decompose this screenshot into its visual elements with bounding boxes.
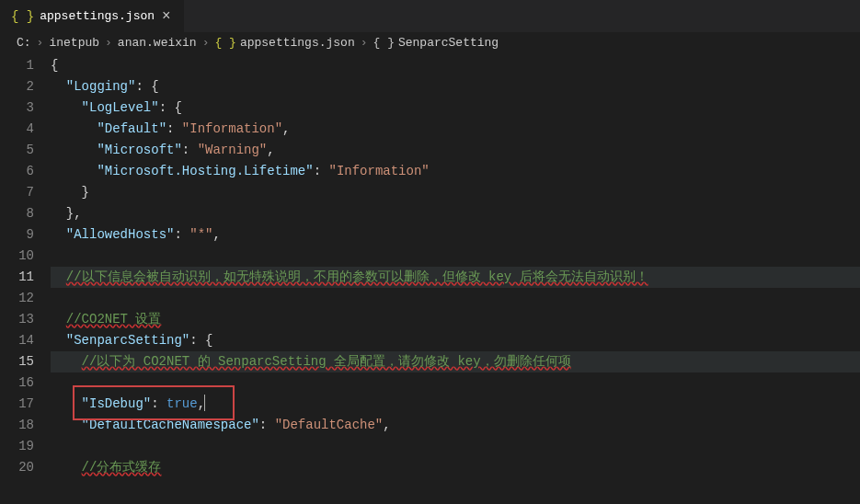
breadcrumb: C: › inetpub › anan.weixin › { } appsett… <box>0 32 860 53</box>
code-line: "AllowedHosts": "*", <box>51 224 860 246</box>
code-line: "LogLevel": { <box>51 97 860 119</box>
gutter: 1 2 3 4 5 6 7 8 9 10 11 12 13 14 15 16 1… <box>0 53 51 502</box>
chevron-right-icon: › <box>359 36 370 50</box>
breadcrumb-item[interactable]: C: <box>17 36 31 50</box>
code-line <box>51 246 860 267</box>
line-number: 6 <box>27 161 34 182</box>
breadcrumb-item[interactable]: inetpub <box>49 36 99 50</box>
code-line: //以下为 CO2NET 的 SenparcSetting 全局配置，请勿修改 … <box>51 351 860 372</box>
code-line: "SenparcSetting": { <box>51 330 860 351</box>
code-line: "IsDebug": true, <box>51 394 860 415</box>
code-line: "DefaultCacheNamespace": "DefaultCache", <box>51 415 860 436</box>
line-number: 15 <box>18 351 34 372</box>
code-line: //CO2NET 设置 <box>51 309 860 330</box>
code-line <box>51 436 860 457</box>
line-number: 8 <box>27 203 34 224</box>
tab-bar: { } appsettings.json × <box>0 0 860 32</box>
line-number: 10 <box>18 246 34 267</box>
chevron-right-icon: › <box>201 36 212 50</box>
line-number: 4 <box>27 119 34 140</box>
brace-icon: { } <box>373 36 395 50</box>
line-number: 3 <box>27 97 34 119</box>
tab-label: appsettings.json <box>40 9 155 23</box>
line-number: 18 <box>18 415 34 436</box>
line-number: 7 <box>27 182 34 203</box>
line-number: 2 <box>27 76 34 97</box>
code-line: "Microsoft.Hosting.Lifetime": "Informati… <box>51 161 860 182</box>
json-icon: { } <box>214 36 235 50</box>
line-number: 1 <box>27 55 34 76</box>
code-line: //分布式缓存 <box>51 457 860 478</box>
line-number: 19 <box>18 436 34 457</box>
line-number: 5 <box>27 140 34 161</box>
line-number: 17 <box>18 394 34 415</box>
code-line <box>51 288 860 309</box>
line-number: 20 <box>18 457 34 478</box>
code-line: }, <box>51 203 860 224</box>
breadcrumb-item[interactable]: SenparcSetting <box>398 36 499 50</box>
line-number: 13 <box>18 309 34 330</box>
chevron-right-icon: › <box>103 36 114 50</box>
code-line <box>51 372 860 394</box>
code-area[interactable]: { "Logging": { "LogLevel": { "Default": … <box>51 53 860 502</box>
code-line: "Default": "Information", <box>51 119 860 140</box>
breadcrumb-item[interactable]: appsettings.json <box>240 36 355 50</box>
line-number: 14 <box>18 330 34 351</box>
chevron-right-icon: › <box>35 36 46 50</box>
line-number: 9 <box>27 224 34 246</box>
editor[interactable]: 1 2 3 4 5 6 7 8 9 10 11 12 13 14 15 16 1… <box>0 53 860 502</box>
code-line: "Microsoft": "Warning", <box>51 140 860 161</box>
json-icon: { } <box>11 9 34 24</box>
line-number: 11 <box>18 267 34 288</box>
code-line: { <box>51 55 860 76</box>
breadcrumb-item[interactable]: anan.weixin <box>118 36 197 50</box>
close-icon[interactable]: × <box>160 6 173 27</box>
code-line: "Logging": { <box>51 76 860 97</box>
cursor <box>204 395 205 411</box>
line-number: 12 <box>18 288 34 309</box>
code-line: } <box>51 182 860 203</box>
line-number: 16 <box>18 372 34 394</box>
code-line: //以下信息会被自动识别，如无特殊说明，不用的参数可以删除，但修改 key 后将… <box>51 267 860 288</box>
tab-appsettings[interactable]: { } appsettings.json × <box>0 0 184 32</box>
